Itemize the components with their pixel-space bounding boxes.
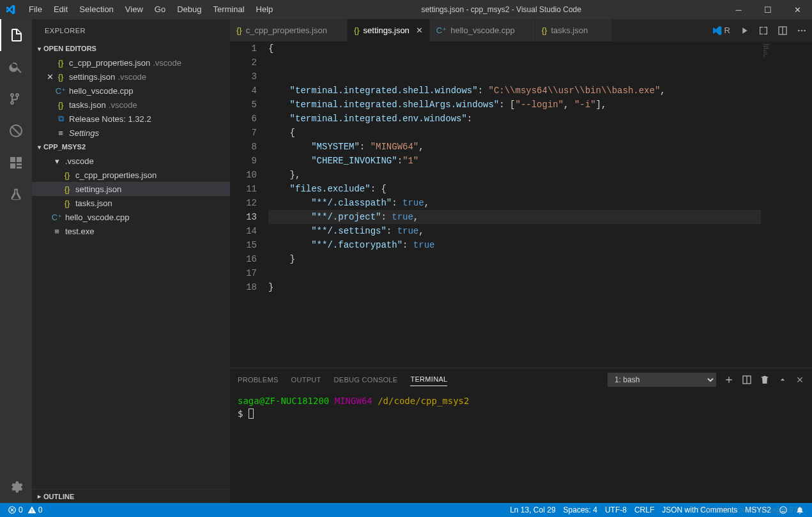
- menu-selection[interactable]: Selection: [73, 0, 119, 19]
- warning-icon: [27, 506, 36, 514]
- menu-view[interactable]: View: [119, 0, 149, 19]
- close-icon: [795, 375, 804, 384]
- line-gutter: 123456789101112131415161718: [230, 41, 268, 368]
- close-button[interactable]: ✕: [783, 0, 812, 19]
- editor-tab[interactable]: {}c_cpp_properties.json✕: [230, 19, 348, 41]
- open-editor-item[interactable]: {}tasks.json.vscode: [32, 98, 230, 112]
- activity-extensions[interactable]: [0, 147, 32, 179]
- split-terminal-button[interactable]: [742, 375, 752, 385]
- bottom-panel: PROBLEMS OUTPUT DEBUG CONSOLE TERMINAL 1…: [230, 368, 812, 503]
- open-editor-item[interactable]: ≡Settings: [32, 126, 230, 140]
- status-spaces[interactable]: Spaces: 4: [560, 503, 601, 517]
- close-placeholder[interactable]: [45, 114, 55, 124]
- status-language[interactable]: JSON with Comments: [658, 503, 741, 517]
- open-editor-label: settings.json: [69, 72, 115, 82]
- status-terminal-profile[interactable]: MSYS2: [741, 503, 775, 517]
- open-editor-item[interactable]: ✕{}settings.json.vscode: [32, 70, 230, 84]
- close-placeholder[interactable]: [45, 128, 55, 138]
- vscode-logo-icon: [5, 4, 15, 15]
- run-button[interactable]: [739, 26, 749, 36]
- panel-tab-debug-console[interactable]: DEBUG CONSOLE: [334, 373, 398, 386]
- file-item[interactable]: ≡test.exe: [32, 224, 230, 238]
- close-icon[interactable]: ✕: [416, 26, 423, 35]
- file-icon: {}: [354, 26, 360, 35]
- menu-help[interactable]: Help: [250, 0, 279, 19]
- window-controls: ─ ☐ ✕: [724, 0, 812, 19]
- menubar: File Edit Selection View Go Debug Termin…: [23, 0, 279, 19]
- menu-terminal[interactable]: Terminal: [207, 0, 250, 19]
- file-item[interactable]: C⁺hello_vscode.cpp: [32, 210, 230, 224]
- chevron-down-icon: ▾: [51, 156, 63, 166]
- activity-source-control[interactable]: [0, 83, 32, 115]
- editor-tab[interactable]: {}tasks.json✕: [535, 19, 612, 41]
- open-editor-label: Settings: [69, 128, 99, 138]
- code-editor[interactable]: 123456789101112131415161718 { "terminal.…: [230, 41, 812, 368]
- open-editor-item[interactable]: ⧉Release Notes: 1.32.2: [32, 112, 230, 126]
- editor-tabs: {}c_cpp_properties.json✕{}settings.json✕…: [230, 19, 812, 41]
- play-icon: [739, 26, 749, 36]
- panel-tab-terminal[interactable]: TERMINAL: [410, 373, 447, 386]
- terminal-selector[interactable]: 1: bash: [608, 373, 716, 387]
- close-panel-button[interactable]: [795, 375, 804, 384]
- statusbar: 0 0 Ln 13, Col 29 Spaces: 4 UTF-8 CRLF J…: [0, 503, 812, 517]
- file-icon: {}: [55, 58, 66, 68]
- file-icon: ≡: [55, 128, 66, 138]
- panel-tab-problems[interactable]: PROBLEMS: [238, 373, 279, 386]
- status-notifications[interactable]: [792, 503, 808, 517]
- project-header[interactable]: ▾ CPP_MSYS2: [32, 140, 230, 154]
- status-feedback[interactable]: [775, 503, 792, 517]
- new-terminal-button[interactable]: [724, 375, 734, 385]
- minimap[interactable]: ▀▀▀▀▀▀▀▀▀▀▀▀▀▀▀▀▀▀▀▀▀▀▀▀▀▀▀▀▀▀▀▀▀▀▀▀: [761, 41, 812, 368]
- status-errors[interactable]: 0 0: [4, 503, 46, 517]
- close-placeholder[interactable]: [45, 58, 55, 68]
- more-actions-button[interactable]: [797, 26, 807, 36]
- activity-explorer[interactable]: [0, 19, 32, 51]
- menu-file[interactable]: File: [23, 0, 48, 19]
- minimize-button[interactable]: ─: [724, 0, 753, 19]
- folder-item[interactable]: ▾.vscode: [32, 154, 230, 168]
- close-icon[interactable]: ✕: [45, 72, 55, 82]
- split-editor-button[interactable]: [778, 26, 788, 36]
- titlebar: File Edit Selection View Go Debug Termin…: [0, 0, 812, 19]
- file-icon: {}: [61, 199, 73, 208]
- open-editor-item[interactable]: {}c_cpp_properties.json.vscode: [32, 56, 230, 70]
- maximize-panel-button[interactable]: [778, 375, 788, 385]
- file-icon: C⁺: [55, 86, 66, 96]
- trash-icon: [760, 375, 770, 385]
- maximize-button[interactable]: ☐: [753, 0, 783, 19]
- run-badge[interactable]: R: [712, 26, 730, 36]
- file-item[interactable]: {}c_cpp_properties.json: [32, 168, 230, 182]
- status-encoding[interactable]: UTF-8: [601, 503, 631, 517]
- editor-tab[interactable]: C⁺hello_vscode.cpp✕: [430, 19, 535, 41]
- activity-search[interactable]: [0, 51, 32, 83]
- file-item[interactable]: {}settings.json: [32, 182, 230, 196]
- terminal-user: saga@ZF-NUC181200: [238, 396, 329, 406]
- compare-icon: [758, 26, 769, 36]
- activity-debug[interactable]: [0, 115, 32, 147]
- open-changes-button[interactable]: [758, 26, 769, 36]
- editor-actions: R: [712, 19, 812, 41]
- kill-terminal-button[interactable]: [760, 375, 770, 385]
- activity-testing[interactable]: [0, 179, 32, 211]
- code-content[interactable]: { "terminal.integrated.shell.windows": "…: [268, 41, 761, 368]
- close-placeholder[interactable]: [45, 100, 55, 110]
- menu-go[interactable]: Go: [149, 0, 171, 19]
- file-tree: ▾.vscode{}c_cpp_properties.json{}setting…: [32, 154, 230, 489]
- extensions-icon: [8, 155, 24, 170]
- open-editor-label: hello_vscode.cpp: [69, 86, 133, 96]
- status-eol[interactable]: CRLF: [631, 503, 658, 517]
- activity-settings[interactable]: [0, 471, 32, 503]
- terminal[interactable]: saga@ZF-NUC181200 MINGW64 /d/code/cpp_ms…: [230, 391, 812, 503]
- editor-tab[interactable]: {}settings.json✕: [348, 19, 430, 41]
- outline-header[interactable]: ▸ OUTLINE: [32, 489, 230, 503]
- menu-debug[interactable]: Debug: [171, 0, 207, 19]
- open-editors-header[interactable]: ▾ OPEN EDITORS: [32, 41, 230, 56]
- menu-edit[interactable]: Edit: [48, 0, 73, 19]
- svg-point-9: [780, 507, 787, 514]
- open-editor-item[interactable]: C⁺hello_vscode.cpp: [32, 84, 230, 98]
- explorer-sidebar: EXPLORER ▾ OPEN EDITORS {}c_cpp_properti…: [32, 19, 230, 503]
- status-lncol[interactable]: Ln 13, Col 29: [506, 503, 559, 517]
- panel-tab-output[interactable]: OUTPUT: [291, 373, 321, 386]
- file-item[interactable]: {}tasks.json: [32, 196, 230, 210]
- close-placeholder[interactable]: [45, 86, 55, 96]
